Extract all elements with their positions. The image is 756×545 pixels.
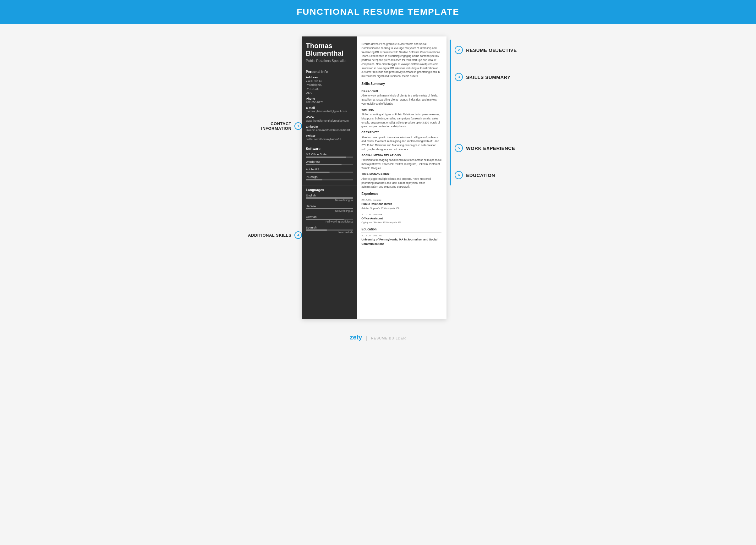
job-2-company: Ogilvy and Mather, Philadelphia, PA <box>361 221 441 224</box>
www-label: WWW <box>306 115 353 119</box>
skill-wordpress: Wordpress <box>306 160 353 165</box>
experience-title: Experience <box>361 191 441 197</box>
job-2-date: 2015-06 - 2015-08 <box>361 213 441 217</box>
languages-section: Languages English Native/bilingual Hebre… <box>302 185 357 239</box>
skill-ms-office: MS Office Suite <box>306 152 353 158</box>
writing-title: WRITING <box>361 108 441 112</box>
skill-indesign-name: InDesign <box>306 175 353 179</box>
resume-job-title: Public Relations Specialist <box>306 59 353 63</box>
annotation-education-badge: 6 <box>455 171 463 179</box>
address-label: Address <box>306 75 353 79</box>
lang-english: English Native/bilingual <box>306 194 353 202</box>
time-mgmt-title: TIME MANAGEMENT <box>361 172 441 176</box>
main-content: CONTACT INFORMATION 1 ADDITIONAL SKILLS … <box>205 24 551 329</box>
objective-text: Results-driven Penn graduate in Journali… <box>361 42 441 78</box>
resume-name-area: Thomas Blumenthal Public Relations Speci… <box>302 36 357 67</box>
social-media-title: SOCIAL MEDIA RELATIONS <box>361 153 441 158</box>
personal-info-title: Personal Info <box>306 70 353 74</box>
annotation-education: 6 EDUCATION <box>455 171 517 179</box>
email-value: thomas.j.blumenthal@gmail.com <box>306 109 353 113</box>
edu-1-degree: University of Pennsylvania, MA in Journa… <box>361 238 441 246</box>
resume-name: Thomas Blumenthal <box>306 42 353 57</box>
page-title: FUNCTIONAL RESUME TEMPLATE <box>0 7 756 17</box>
research-text: Able to work with many kinds of clients … <box>361 94 441 106</box>
skill-ms-office-name: MS Office Suite <box>306 152 353 156</box>
annotation-education-label: EDUCATION <box>466 173 495 178</box>
annotation-work-exp-badge: 5 <box>455 144 463 152</box>
address-value: 713 N 4th St,Philadelphia,PA 19123,USA <box>306 79 353 95</box>
twitter-value: twitter.com/thommybloom81 <box>306 137 353 141</box>
education-title: Education <box>361 227 441 233</box>
resume-document: Thomas Blumenthal Public Relations Speci… <box>302 36 446 319</box>
time-mgmt-text: Able to juggle multiple clients and proj… <box>361 177 441 189</box>
right-annotations-panel: 2 RESUME OBJECTIVE 3 SKILLS SUMMARY 5 WO… <box>450 40 517 185</box>
annotation-objective-badge: 2 <box>455 46 463 54</box>
phone-label: Phone <box>306 97 353 100</box>
job-1-company: Adidas Originals, Philadelphia, PA <box>361 206 441 210</box>
left-annotations: CONTACT INFORMATION 1 ADDITIONAL SKILLS … <box>239 36 302 239</box>
job-1: 2017-09 - present Public Relations Inter… <box>361 198 441 210</box>
annotation-skills-summary-badge: 3 <box>455 73 463 81</box>
software-title: Software <box>306 147 353 151</box>
lang-spanish: Spanish Intermediate <box>306 226 353 234</box>
job-2-title: Office Assistant <box>361 217 441 221</box>
annotation-skills-summary: 3 SKILLS SUMMARY <box>455 73 517 81</box>
job-1-title: Public Relations Intern <box>361 202 441 206</box>
skills-summary-title: Skills Summary <box>361 81 441 87</box>
lang-hebrew: Hebrew Native/bilingual <box>306 204 353 212</box>
annotation-skills-label: ADDITIONAL SKILLS <box>248 233 291 238</box>
creativity-text: Able to come up with innovative solution… <box>361 135 441 151</box>
annotation-objective: 2 RESUME OBJECTIVE <box>455 46 517 54</box>
right-divider-bar <box>450 40 451 185</box>
writing-text: Skilled at writing all types of Public R… <box>361 113 441 129</box>
annotation-contact-badge: 1 <box>294 122 302 130</box>
resume-main-content: Results-driven Penn graduate in Journali… <box>357 36 446 319</box>
social-media-text: Proficient at managing social media rela… <box>361 158 441 170</box>
creativity-title: CREATIVITY <box>361 130 441 135</box>
page-footer: zety RESUME BUILDER <box>0 329 756 347</box>
annotation-work-exp: 5 WORK EXPERIENCE <box>455 144 517 152</box>
footer-separator <box>366 336 367 341</box>
annotation-skills-summary-label: SKILLS SUMMARY <box>466 74 510 80</box>
languages-title: Languages <box>306 188 353 192</box>
skill-adobe-ps: Adobe PS <box>306 168 353 173</box>
page-header: FUNCTIONAL RESUME TEMPLATE <box>0 0 756 24</box>
edu-1-date: 2012-08 - 2017-05 <box>361 234 441 238</box>
footer-logo: zety <box>350 334 362 341</box>
job-1-date: 2017-09 - present <box>361 198 441 202</box>
edu-1: 2012-08 - 2017-05 University of Pennsylv… <box>361 234 441 246</box>
software-section: Software MS Office Suite Wordpress Adobe… <box>302 144 357 185</box>
twitter-label: Twitter <box>306 134 353 137</box>
linkedin-label: LinkedIn <box>306 125 353 128</box>
lang-german: German Full working proficiency <box>306 215 353 223</box>
annotation-objective-label: RESUME OBJECTIVE <box>466 47 517 53</box>
right-annotations-list: 2 RESUME OBJECTIVE 3 SKILLS SUMMARY 5 WO… <box>455 40 517 185</box>
www-value: www.thomblumenthalcreative.com <box>306 119 353 123</box>
phone-value: 202-555-0173 <box>306 100 353 104</box>
annotation-skills-badge: 4 <box>294 231 302 239</box>
annotation-work-exp-label: WORK EXPERIENCE <box>466 146 515 151</box>
linkedin-value: linkedin.com/me/thomblumenthal81 <box>306 128 353 132</box>
personal-info-section: Personal Info Address 713 N 4th St,Phila… <box>302 67 357 144</box>
skill-wordpress-name: Wordpress <box>306 160 353 163</box>
skill-indesign: InDesign <box>306 175 353 180</box>
job-2: 2015-06 - 2015-08 Office Assistant Ogilv… <box>361 213 441 225</box>
email-label: E-mail <box>306 106 353 109</box>
research-title: RESEARCH <box>361 89 441 93</box>
footer-tagline: RESUME BUILDER <box>371 336 406 340</box>
resume-sidebar: Thomas Blumenthal Public Relations Speci… <box>302 36 357 319</box>
annotation-contact-label: CONTACT INFORMATION <box>239 121 291 131</box>
skill-adobe-ps-name: Adobe PS <box>306 168 353 171</box>
